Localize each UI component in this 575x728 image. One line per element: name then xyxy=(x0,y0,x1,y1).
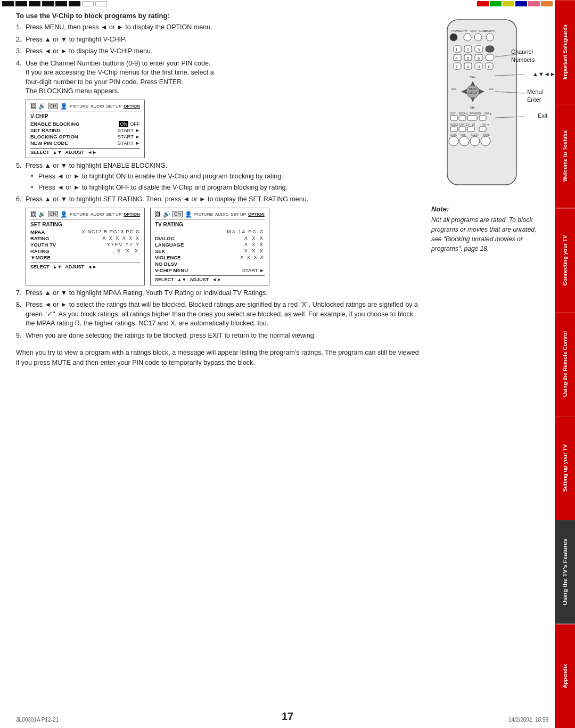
svg-line-67 xyxy=(495,53,524,57)
bar-block-8 xyxy=(95,1,107,6)
screen2-footer-select: SELECT xyxy=(30,264,50,269)
screen3-icon-picture: 🖼 xyxy=(155,211,161,217)
sidebar-tab-setting-label: Setting up your TV xyxy=(562,444,568,492)
step-9-text: When you are done selecting the ratings … xyxy=(26,332,316,339)
screen3-row-header: MA 14 PG G xyxy=(155,229,265,235)
screen3-language-label: LANGUAGE xyxy=(155,242,184,248)
bar-block-6 xyxy=(69,1,80,6)
screen3-vchipmenu-label: V-CHIP MENU xyxy=(155,267,188,273)
screen3-icon-person: 👤 xyxy=(185,211,192,218)
screen2-row-mpaa-values: RATING X X X X X X xyxy=(30,235,140,241)
screen3-row-violence: VIOLENCE X X X X xyxy=(155,255,265,260)
screen3-language-values: X X X xyxy=(244,242,265,248)
screen1: 🖼 🔊 CH 👤 PICTURE AUDIO SET UP OPTION V-C… xyxy=(26,100,145,158)
screen2-footer-adjust: ADJUST xyxy=(65,264,84,269)
step-1-num: 1. xyxy=(16,23,21,32)
top-right-bar xyxy=(475,0,555,7)
screen2-mpaa-ratings: X NC17 R PG13 PG G xyxy=(82,229,140,235)
screen2-title: SET RATING xyxy=(30,222,140,227)
screen2-youthtv-rating-label: RATING xyxy=(30,248,50,254)
screen1-icon-audio: 🔊 xyxy=(38,103,46,110)
sidebar-tab-features[interactable]: Using the TV's Features xyxy=(555,520,575,624)
step-4-num: 4. xyxy=(16,59,21,69)
steps-list-3: 7. Press ▲ or ▼ to highlight MPAA Rating… xyxy=(16,289,421,341)
screen1-row-newpin: NEW PIN CODE START ► xyxy=(30,140,140,146)
step-5-num: 5. xyxy=(16,161,21,171)
screen3: 🖼 🔊 CH 👤 PICTURE AUDIO SET UP OPTION TV … xyxy=(150,208,269,285)
screen1-enable-label: ENABLE BLOCKING xyxy=(30,121,79,127)
screen1-footer-arrows: ▲▼ xyxy=(53,150,62,155)
sidebar-tab-connecting[interactable]: Connecting your TV xyxy=(555,208,575,312)
screen2-footer: SELECT ▲▼ ADJUST ◄► xyxy=(30,263,140,269)
remote-illustration: POWER TV VCR CABLE CH RTN 1 2 xyxy=(431,17,548,194)
screen3-rating-header: MA 14 PG G xyxy=(227,229,265,235)
color-bar-blue xyxy=(515,1,527,6)
section-title: To use the V-Chip to block programs by r… xyxy=(16,12,421,20)
color-bar-orange xyxy=(541,1,553,6)
screen3-sex-values: X X X xyxy=(244,248,265,254)
svg-line-69 xyxy=(495,92,524,93)
screen1-tab-audio: AUDIO xyxy=(91,104,104,109)
screen1-title: V-CHIP xyxy=(30,113,140,119)
final-paragraph: When you try to view a program with a ra… xyxy=(16,348,421,368)
screen2-mpaa-label: MPAA xyxy=(30,229,45,235)
step-2-text: Press ▲ or ▼ to highlight V-CHIP. xyxy=(26,36,126,43)
sidebar-tab-features-label: Using the TV's Features xyxy=(562,539,568,606)
screen1-tab-option: OPTION xyxy=(124,104,140,109)
sidebar-tab-remote[interactable]: Using the Remote Control xyxy=(555,312,575,416)
step-4: 4. Use the Channel Number buttons (0-9) … xyxy=(16,59,421,96)
screen3-dialog-values: X X X xyxy=(244,235,265,241)
step-2-num: 2. xyxy=(16,35,21,45)
screen2: 🖼 🔊 CH 👤 PICTURE AUDIO SET UP OPTION SET… xyxy=(26,208,145,285)
screen2-tab-audio: AUDIO xyxy=(91,212,104,217)
screen2-more-label: ▼MORE xyxy=(30,255,51,260)
step-3-text: Press ◄ or ► to display the V-CHIP menu. xyxy=(26,47,153,55)
step-5a: Press ◄ or ► to highlight ON to enable t… xyxy=(31,172,421,182)
step-7-text: Press ▲ or ▼ to highlight MPAA Rating, Y… xyxy=(26,289,268,297)
page-number: 17 xyxy=(282,710,293,723)
step-1: 1. Press MENU, then press ◄ or ► to disp… xyxy=(16,23,421,32)
screen1-footer: SELECT ▲▼ ADJUST ◄► xyxy=(30,148,140,155)
screen2-row-youthtv-values: RATING X X X xyxy=(30,248,140,254)
note-text: Not all programs are rated. To block pro… xyxy=(431,215,548,253)
sidebar-tab-setting[interactable]: Setting up your TV xyxy=(555,416,575,520)
screen3-header-spacer xyxy=(155,229,166,235)
screen3-sex-label: SEX xyxy=(155,248,165,254)
screen1-icon-person: 👤 xyxy=(60,103,68,110)
screen2-youthtv-ratings: Y7FV Y7 Y xyxy=(107,242,140,248)
sidebar-tab-connecting-label: Connecting your TV xyxy=(562,235,568,285)
screen1-on-highlight: ON xyxy=(119,121,128,127)
screens-2-3-container: 🖼 🔊 CH 👤 PICTURE AUDIO SET UP OPTION SET… xyxy=(26,208,421,285)
screen3-tab-setup: SET UP xyxy=(231,212,246,217)
step-3-num: 3. xyxy=(16,47,21,56)
screen3-footer-select: SELECT xyxy=(155,277,174,282)
color-bar-red xyxy=(477,1,489,6)
screen1-tab-ch: CH xyxy=(48,103,58,109)
screen3-row-dialog: DIALOG X X X xyxy=(155,235,265,241)
svg-line-70 xyxy=(495,117,524,118)
screen2-tab-ch: CH xyxy=(48,211,58,217)
step-8-text: Press ◄ or ► to select the ratings that … xyxy=(26,301,418,327)
step-8: 8. Press ◄ or ► to select the ratings th… xyxy=(16,300,421,329)
note-section: Note: Not all programs are rated. To blo… xyxy=(431,205,548,253)
screen1-newpin-value: START ► xyxy=(118,140,140,146)
step-6-num: 6. xyxy=(16,195,21,205)
steps-list: 1. Press MENU, then press ◄ or ► to disp… xyxy=(16,23,421,96)
screen3-footer-arrows: ▲▼ xyxy=(177,277,186,282)
remote-callout-lines xyxy=(431,17,575,193)
step-8-num: 8. xyxy=(16,300,21,310)
step-5: 5. Press ▲ or ▼ to highlight ENABLE BLOC… xyxy=(16,161,421,193)
screen1-setrating-value: START ► xyxy=(118,127,140,133)
step-2: 2. Press ▲ or ▼ to highlight V-CHIP. xyxy=(16,35,421,45)
step-5-sublist: Press ◄ or ► to highlight ON to enable t… xyxy=(31,172,421,192)
screen3-tab-option: OPTION xyxy=(248,212,265,217)
screen3-violence-label: VIOLENCE xyxy=(155,255,181,260)
screen1-icon-picture: 🖼 xyxy=(30,103,36,109)
screen2-row-youthtv: YOUTH TV Y7FV Y7 Y xyxy=(30,242,140,248)
sidebar-tab-appendix[interactable]: Appendix xyxy=(555,624,575,728)
step-5b: Press ◄ or ► to highlight OFF to disable… xyxy=(31,183,421,193)
screen2-icon-picture: 🖼 xyxy=(30,211,36,217)
bar-block-7 xyxy=(82,1,94,6)
screen2-tab-option: OPTION xyxy=(124,212,140,217)
svg-line-68 xyxy=(495,75,524,76)
